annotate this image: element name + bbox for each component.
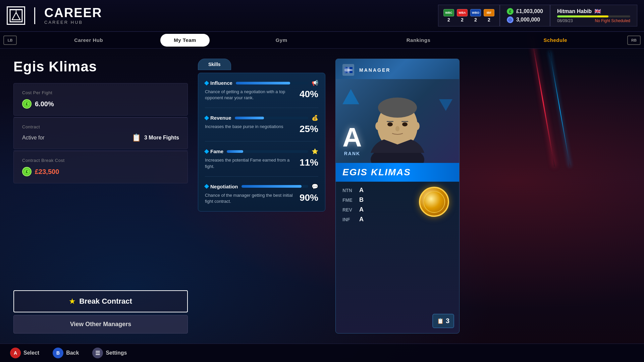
logo-main-text: CAREER bbox=[44, 6, 102, 19]
break-contract-button[interactable]: ★ Break Contract bbox=[13, 290, 188, 312]
svg-rect-0 bbox=[10, 10, 22, 22]
contract-badge-num: 3 bbox=[446, 317, 449, 325]
wbo-badge: WBO bbox=[470, 9, 481, 16]
player-name-row: Hitman Habib 🇬🇧 bbox=[557, 8, 630, 14]
stats-table: NTN A FME B REV A INF A bbox=[342, 187, 416, 226]
contract-fights-icon: 📋 bbox=[132, 133, 141, 142]
wba-badge: WBA bbox=[457, 9, 468, 16]
select-label: Select bbox=[23, 350, 39, 356]
skill-revenue: Revenue 💰 Increases the base purse in ne… bbox=[205, 115, 318, 141]
skill-fame-content: Increases the potential Fame earned from… bbox=[205, 157, 318, 169]
cost-per-fight-label: Cost Per Fight bbox=[22, 90, 179, 95]
break-cost-card: Contract Break Cost £ £23,500 bbox=[13, 151, 188, 183]
date-text: 08/09/23 bbox=[557, 18, 573, 23]
belt-icons: WBC 2 WBA 2 WBO 2 IBF 2 bbox=[438, 5, 500, 26]
break-cost-row: £ £23,500 bbox=[22, 167, 179, 176]
tab-career-hub[interactable]: Career Hub bbox=[20, 32, 157, 48]
svg-rect-15 bbox=[401, 121, 408, 122]
tab-rankings[interactable]: Rankings bbox=[350, 32, 487, 48]
skill-fame-fill bbox=[227, 150, 243, 153]
menu-button[interactable]: ☰ bbox=[92, 348, 103, 358]
stat-key-rev: REV bbox=[342, 207, 354, 213]
contract-card: Contract Active for 📋 3 More Fights bbox=[13, 117, 188, 149]
money-value-1: £1,003,000 bbox=[516, 8, 543, 14]
stat-val-rev: A bbox=[359, 206, 364, 213]
a-button[interactable]: A bbox=[10, 348, 21, 358]
skill-revenue-fill bbox=[235, 117, 264, 119]
skill-revenue-name: Revenue bbox=[210, 115, 231, 121]
contract-label: Contract bbox=[22, 124, 179, 129]
wba-count: 2 bbox=[461, 17, 464, 22]
view-managers-label: View Other Managers bbox=[70, 321, 131, 327]
svg-point-18 bbox=[414, 122, 420, 130]
wbc-count: 2 bbox=[447, 17, 450, 22]
wbc-badge: WBC bbox=[443, 9, 454, 16]
skill-negotiation-name: Negotiation bbox=[210, 184, 238, 189]
svg-point-17 bbox=[375, 122, 381, 130]
wbo-count: 2 bbox=[474, 17, 477, 22]
tab-gym[interactable]: Gym bbox=[213, 32, 350, 48]
ibf-count: 2 bbox=[488, 17, 490, 22]
tab-schedule[interactable]: Schedule bbox=[487, 32, 624, 48]
settings-hint: ☰ Settings bbox=[92, 348, 127, 358]
money-row-1: £ £1,003,000 bbox=[507, 8, 543, 15]
cost-card: Cost Per Fight £ 6.00% bbox=[13, 83, 188, 116]
lb-button[interactable]: LB bbox=[3, 36, 17, 45]
skill-fame: Fame ⭐ Increases the potential Fame earn… bbox=[205, 148, 318, 176]
logo-icon bbox=[7, 6, 25, 25]
svg-rect-6 bbox=[344, 69, 353, 71]
logo-text: CAREER CAREER HUB bbox=[44, 6, 102, 25]
stat-row-rev: REV A bbox=[342, 206, 416, 213]
tab-gym-label: Gym bbox=[276, 37, 287, 43]
stat-key-inf: INF bbox=[342, 217, 354, 222]
skills-tab-label: Skills bbox=[208, 62, 221, 67]
skills-tab[interactable]: Skills bbox=[198, 59, 231, 70]
skill-revenue-bar-row bbox=[235, 117, 308, 119]
stat-val-inf: A bbox=[359, 216, 364, 223]
money-area: £ £1,003,000 ⬡ 3,000,000 bbox=[500, 5, 550, 26]
view-other-managers-button[interactable]: View Other Managers bbox=[13, 315, 188, 334]
back-label: Back bbox=[66, 350, 79, 356]
skills-card: Influence 📢 Chance of getting a negotiat… bbox=[198, 73, 325, 212]
b-button[interactable]: B bbox=[53, 348, 63, 358]
player-area: Hitman Habib 🇬🇧 08/09/23 No Fight Schedu… bbox=[550, 5, 637, 26]
contract-row: Active for 📋 3 More Fights bbox=[22, 133, 179, 142]
break-contract-label: Break Contract bbox=[79, 297, 132, 306]
stat-key-fme: FME bbox=[342, 197, 354, 203]
skill-revenue-header: Revenue 💰 bbox=[205, 115, 318, 121]
skill-influence-content: Chance of getting a negotiation with a t… bbox=[205, 89, 318, 101]
tri-left-decoration bbox=[342, 89, 359, 104]
skill-diamond-icon bbox=[204, 80, 209, 85]
cost-coin-icon: £ bbox=[22, 99, 32, 109]
tab-my-team[interactable]: My Team bbox=[160, 34, 210, 47]
fame-icon: ⭐ bbox=[312, 148, 318, 155]
top-hud: WBC 2 WBA 2 WBO 2 IBF 2 £ £1,003,000 bbox=[438, 5, 637, 26]
stat-key-ntn: NTN bbox=[342, 188, 354, 193]
manager-card-name: EGIS KLIMAS bbox=[342, 167, 411, 177]
belt-wba: WBA 2 bbox=[457, 9, 468, 22]
skill-negotiation: Negotiation 💬 Chance of the manager gett… bbox=[205, 183, 318, 204]
skill-revenue-desc: Increases the base purse in negotiations bbox=[205, 124, 295, 130]
belt-ibf: IBF 2 bbox=[484, 9, 494, 22]
break-coin-icon: £ bbox=[22, 167, 32, 176]
manager-card-top: MANAGER bbox=[336, 59, 459, 79]
back-hint: B Back bbox=[53, 348, 79, 358]
manager-card: MANAGER bbox=[335, 59, 460, 334]
skill-influence-desc: Chance of getting a negotiation with a t… bbox=[205, 89, 295, 101]
contract-badge-icon: 📋 bbox=[437, 318, 444, 324]
skill-fame-value: 11% bbox=[298, 157, 318, 168]
logo-divider bbox=[34, 7, 35, 24]
skill-influence: Influence 📢 Chance of getting a negotiat… bbox=[205, 80, 318, 108]
skill-negotiation-value: 90% bbox=[298, 192, 318, 203]
cost-value: 6.00% bbox=[35, 100, 54, 108]
skill-influence-value: 40% bbox=[298, 89, 318, 100]
rb-button[interactable]: RB bbox=[627, 36, 641, 45]
logo-sub-text: CAREER HUB bbox=[44, 20, 102, 25]
medal-circle bbox=[419, 187, 449, 217]
nav-tabs: LB Career Hub My Team Gym Rankings Sched… bbox=[0, 32, 644, 49]
skill-negotiation-name-row: Negotiation bbox=[205, 184, 238, 189]
skill-fame-diamond bbox=[204, 149, 209, 154]
manager-stats: NTN A FME B REV A INF A bbox=[336, 182, 459, 231]
main-content: Egis Klimas Cost Per Fight £ 6.00% Contr… bbox=[0, 49, 644, 344]
manager-flag-icon bbox=[342, 64, 354, 76]
